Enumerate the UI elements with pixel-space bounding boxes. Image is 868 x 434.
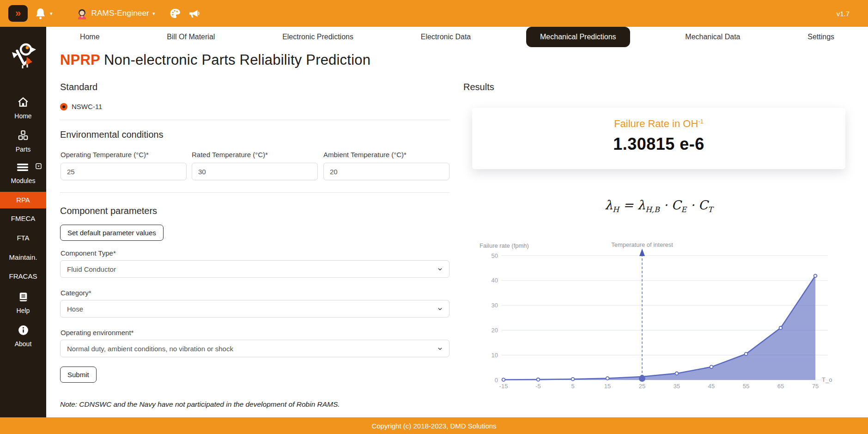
chevron-down-icon (437, 305, 443, 313)
tab-settings[interactable]: Settings (795, 27, 846, 47)
svg-text:-5: -5 (535, 383, 541, 390)
results-heading: Results (463, 82, 494, 92)
tab-mechanical-data[interactable]: Mechanical Data (673, 27, 752, 47)
divider (60, 120, 449, 120)
sidebar-item-label: About (0, 340, 46, 348)
tab-electronic-data[interactable]: Electronic Data (409, 27, 483, 47)
disclaimer-note: Note: CDNSWC and the Navy have not parti… (60, 400, 340, 409)
svg-text:35: 35 (674, 383, 680, 390)
tab-mechanical-predictions[interactable]: Mechanical Predictions (526, 27, 630, 47)
footer: Copyright (c) 2018-2023, DMD Solutions (0, 417, 868, 434)
ambient-temperature-input[interactable] (323, 163, 449, 180)
palette-icon (169, 7, 182, 20)
standard-heading: Standard (60, 82, 97, 92)
page-title-abbr: NPRP (60, 52, 100, 68)
notifications-menu[interactable]: ▾ (34, 7, 53, 20)
hamburger-icon (16, 166, 30, 174)
sidebar-item-fta[interactable]: FTA (0, 230, 46, 246)
app-version: v1.7 (837, 10, 850, 18)
module-item-label: FMECA (11, 214, 36, 222)
sidebar-item-parts[interactable]: Parts (0, 129, 46, 153)
rated-temperature-label: Rated Temperature (°C)* (192, 151, 268, 159)
component-type-select[interactable]: Fluid Conductor (60, 260, 449, 278)
svg-text:45: 45 (708, 383, 715, 390)
svg-text:15: 15 (604, 383, 611, 390)
component-type-label: Component Type* (61, 249, 116, 257)
sidebar: Home Parts Modules RPA FMECA FTA Maintai… (0, 27, 46, 417)
tab-home[interactable]: Home (68, 27, 112, 47)
sidebar-item-fmeca[interactable]: FMECA (0, 210, 46, 227)
failure-rate-value: 1.30815 e-6 (472, 134, 845, 154)
sidebar-item-label: Help (0, 307, 46, 314)
sidebar-item-label: Parts (0, 146, 46, 153)
failure-rate-chart: 01020304050-15-5515253545556575Failure r… (476, 240, 852, 395)
radio-label: NSWC-11 (72, 103, 102, 110)
superscript: -1 (698, 118, 704, 125)
sidebar-item-help[interactable]: Help (0, 291, 46, 314)
top-bar: » ▾ RAMS-Engineer ▾ (0, 0, 868, 27)
sidebar-item-home[interactable]: Home (0, 96, 46, 120)
select-value: Normal duty, ambient conditions, no vibr… (67, 345, 437, 353)
module-item-label: FTA (17, 234, 29, 242)
theme-button[interactable] (169, 7, 182, 20)
megaphone-icon (188, 7, 200, 20)
info-icon (18, 330, 29, 337)
svg-text:Temperature of interest: Temperature of interest (611, 241, 673, 248)
environmental-conditions-heading: Environmental conditions (60, 129, 163, 140)
category-label: Category* (61, 289, 91, 297)
home-icon (17, 102, 29, 110)
user-menu[interactable]: RAMS-Engineer ▾ (76, 7, 155, 20)
standard-radio-nswc11[interactable]: NSWC-11 (60, 103, 102, 110)
main-tab-bar: Home Bill Of Material Electronic Predict… (46, 27, 868, 49)
svg-text:10: 10 (492, 352, 498, 359)
svg-text:-15: -15 (499, 383, 508, 390)
submit-button[interactable]: Submit (60, 367, 97, 383)
radio-selected-icon (60, 103, 67, 110)
svg-text:55: 55 (743, 383, 749, 390)
operating-temperature-input[interactable] (61, 163, 187, 180)
svg-text:20: 20 (492, 327, 498, 334)
operating-environment-label: Operating environment* (61, 329, 134, 336)
copyright-text: Copyright (c) 2018-2023, DMD Solutions (371, 422, 496, 430)
tab-bill-of-material[interactable]: Bill Of Material (155, 27, 227, 47)
component-parameters-heading: Component parameters (60, 206, 157, 216)
svg-text:75: 75 (812, 383, 819, 390)
username: RAMS-Engineer (91, 9, 149, 18)
chevron-down-icon (437, 265, 443, 273)
set-default-parameters-button[interactable]: Set default parameter values (60, 225, 164, 241)
panel-caret-icon (36, 163, 42, 171)
ambient-temperature-label: Ambient Temperature (°C)* (323, 151, 407, 159)
module-item-label: FRACAS (9, 272, 37, 280)
divider (60, 192, 449, 193)
svg-text:5: 5 (571, 383, 574, 390)
robin-logo[interactable] (8, 40, 38, 71)
select-value: Fluid Conductor (67, 265, 437, 273)
avatar (76, 7, 88, 20)
chevron-down-icon (437, 345, 443, 353)
svg-text:40: 40 (492, 277, 498, 284)
book-icon (18, 296, 29, 304)
announcements-button[interactable] (188, 7, 200, 20)
failure-rate-card: Failure Rate in OH-1 1.30815 e-6 (472, 108, 845, 169)
caret-down-icon: ▾ (50, 11, 53, 17)
failure-rate-title: Failure Rate in OH-1 (472, 118, 845, 130)
svg-text:Failure rate (fpmh): Failure rate (fpmh) (480, 242, 529, 249)
svg-text:25: 25 (639, 383, 645, 390)
operating-environment-select[interactable]: Normal duty, ambient conditions, no vibr… (60, 340, 449, 357)
sidebar-item-modules[interactable]: Modules (0, 162, 46, 184)
sidebar-toggle-button[interactable]: » (8, 5, 28, 22)
tab-electronic-predictions[interactable]: Electronic Predictions (270, 27, 365, 47)
svg-text:30: 30 (492, 302, 498, 309)
bell-icon (34, 7, 47, 20)
sidebar-item-label: Modules (0, 177, 46, 184)
module-item-label: RPA (16, 196, 30, 204)
double-chevron-icon: » (15, 7, 21, 19)
sidebar-item-fracas[interactable]: FRACAS (0, 268, 46, 285)
sidebar-item-maintain[interactable]: Maintain. (0, 249, 46, 266)
category-select[interactable]: Hose (60, 300, 449, 318)
select-value: Hose (67, 305, 437, 313)
rated-temperature-input[interactable] (192, 163, 318, 180)
sidebar-item-rpa[interactable]: RPA (0, 192, 46, 208)
sidebar-item-about[interactable]: About (0, 324, 46, 348)
page-title: NPRPNon-electronic Parts Reliability Pre… (60, 52, 370, 68)
